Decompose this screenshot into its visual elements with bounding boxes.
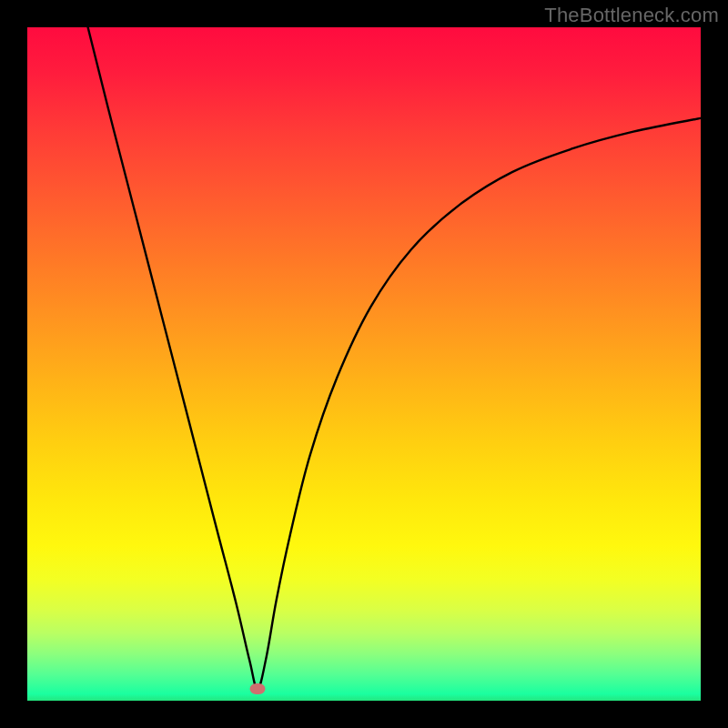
watermark-label: TheBottleneck.com bbox=[544, 4, 719, 27]
curve-svg bbox=[27, 27, 701, 701]
chart-frame: TheBottleneck.com bbox=[0, 0, 728, 728]
plot-area bbox=[27, 27, 701, 701]
minimum-marker bbox=[250, 683, 266, 694]
bottleneck-curve bbox=[88, 27, 701, 689]
